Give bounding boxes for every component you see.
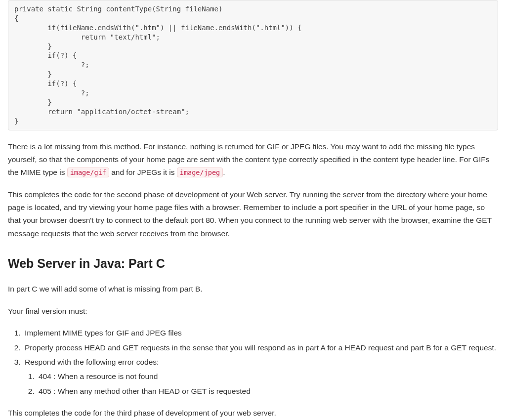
list-item: 405 : When any method other than HEAD or… xyxy=(37,385,498,398)
paragraph-final-version: Your final version must: xyxy=(8,305,498,318)
paragraph-second-phase: This completes the code for the second p… xyxy=(8,188,498,240)
mime-gif-code: image/gif xyxy=(67,168,109,177)
text: and for JPEGs it is xyxy=(109,168,177,176)
text: Respond with the following error codes: xyxy=(25,358,159,366)
text: . xyxy=(223,168,225,176)
code-block: private static String contentType(String… xyxy=(8,0,498,130)
list-item: 404 : When a resource is not found xyxy=(37,370,498,383)
paragraph-third-phase: This completes the code for the third ph… xyxy=(8,407,498,420)
paragraph-partc-intro: In part C we will add some of what is mi… xyxy=(8,283,498,295)
list-item: Respond with the following error codes: … xyxy=(23,356,498,398)
requirements-list: Implement MIME types for GIF and JPEG fi… xyxy=(8,327,498,398)
mime-jpeg-code: image/jpeg xyxy=(177,168,223,177)
list-item: Properly process HEAD and GET requests i… xyxy=(23,341,498,354)
section-heading-part-c: Web Server in Java: Part C xyxy=(8,253,498,274)
error-codes-list: 404 : When a resource is not found 405 :… xyxy=(25,370,498,398)
paragraph-missing: There is a lot missing from this method.… xyxy=(8,140,498,179)
list-item: Implement MIME types for GIF and JPEG fi… xyxy=(23,327,498,339)
